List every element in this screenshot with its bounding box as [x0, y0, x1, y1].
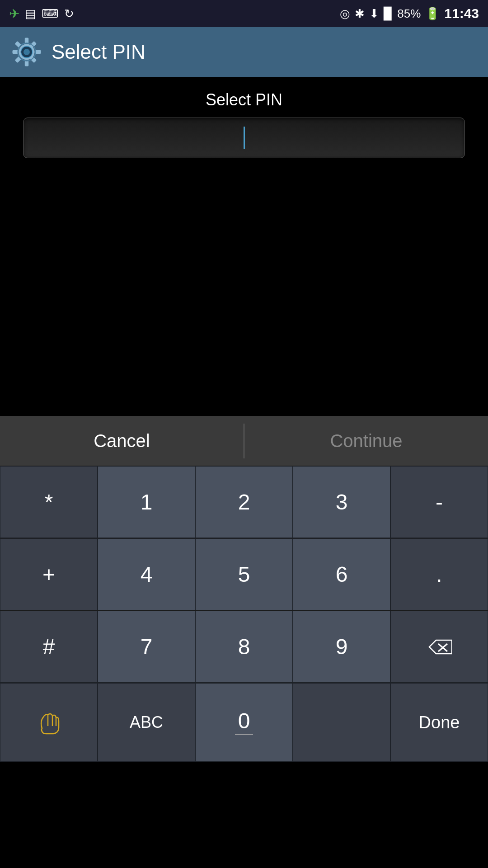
key-2[interactable]: 2	[195, 466, 293, 538]
key-space[interactable]	[293, 683, 390, 762]
key-minus[interactable]: -	[390, 466, 488, 538]
svg-rect-4	[25, 61, 28, 66]
time-display: 11:43	[444, 6, 479, 21]
header-title: Select PIN	[52, 41, 145, 63]
key-done[interactable]: Done	[390, 683, 488, 762]
svg-rect-6	[35, 50, 41, 54]
key-dot[interactable]: .	[390, 538, 488, 610]
keyboard-row-2: + 4 5 6 .	[0, 538, 488, 610]
app-header: Select PIN	[0, 27, 488, 77]
key-4[interactable]: 4	[98, 538, 195, 610]
key-backspace[interactable]	[390, 611, 488, 683]
key-hash[interactable]: #	[0, 611, 98, 683]
key-9[interactable]: 9	[293, 611, 390, 683]
empty-area	[0, 163, 488, 416]
svg-rect-3	[25, 38, 28, 44]
download-icon: ⬇	[369, 7, 379, 21]
key-8[interactable]: 8	[195, 611, 293, 683]
plane-icon: ✈	[9, 6, 19, 21]
svg-point-13	[23, 49, 30, 55]
header-icon-wrap	[11, 36, 42, 68]
keyboard-row-3: # 7 8 9	[0, 610, 488, 683]
keyboard-row-1: * 1 2 3 -	[0, 466, 488, 538]
key-1[interactable]: 1	[98, 466, 195, 538]
battery-text: 85%	[397, 7, 421, 21]
battery-icon: 🔋	[425, 7, 440, 21]
status-left-icons: ✈ ▤ ⌨ ↻	[9, 6, 74, 21]
keyboard-icon: ⌨	[42, 7, 59, 21]
key-5[interactable]: 5	[195, 538, 293, 610]
action-bar: Cancel Continue	[0, 416, 488, 466]
cancel-button[interactable]: Cancel	[0, 416, 244, 466]
keyboard: * 1 2 3 - + 4 5 6 . # 7 8 9	[0, 466, 488, 762]
select-pin-label: Select PIN	[206, 90, 282, 109]
gear-icon	[11, 36, 42, 68]
key-plus[interactable]: +	[0, 538, 98, 610]
key-abc[interactable]: ABC	[98, 683, 195, 762]
svg-marker-14	[429, 640, 452, 654]
refresh-icon: ↻	[64, 7, 74, 21]
signal-icon: ▉	[384, 7, 393, 21]
keyboard-row-4: ABC 0 Done	[0, 683, 488, 762]
key-asterisk[interactable]: *	[0, 466, 98, 538]
svg-rect-7	[15, 41, 22, 48]
svg-rect-5	[13, 50, 19, 54]
pin-input-field[interactable]	[23, 118, 465, 158]
continue-button[interactable]: Continue	[244, 416, 488, 466]
eye-icon: ◎	[340, 7, 350, 21]
bluetooth-icon: ✱	[355, 7, 365, 21]
key-special[interactable]	[0, 683, 98, 762]
status-right-icons: ◎ ✱ ⬇ ▉ 85% 🔋 11:43	[340, 6, 479, 21]
main-content: Select PIN	[0, 77, 488, 163]
key-3[interactable]: 3	[293, 466, 390, 538]
key-0[interactable]: 0	[195, 683, 293, 762]
status-bar: ✈ ▤ ⌨ ↻ ◎ ✱ ⬇ ▉ 85% 🔋 11:43	[0, 0, 488, 27]
pin-cursor	[244, 127, 245, 149]
key-7[interactable]: 7	[98, 611, 195, 683]
key-6[interactable]: 6	[293, 538, 390, 610]
image-icon: ▤	[25, 7, 36, 21]
svg-rect-8	[15, 56, 22, 63]
